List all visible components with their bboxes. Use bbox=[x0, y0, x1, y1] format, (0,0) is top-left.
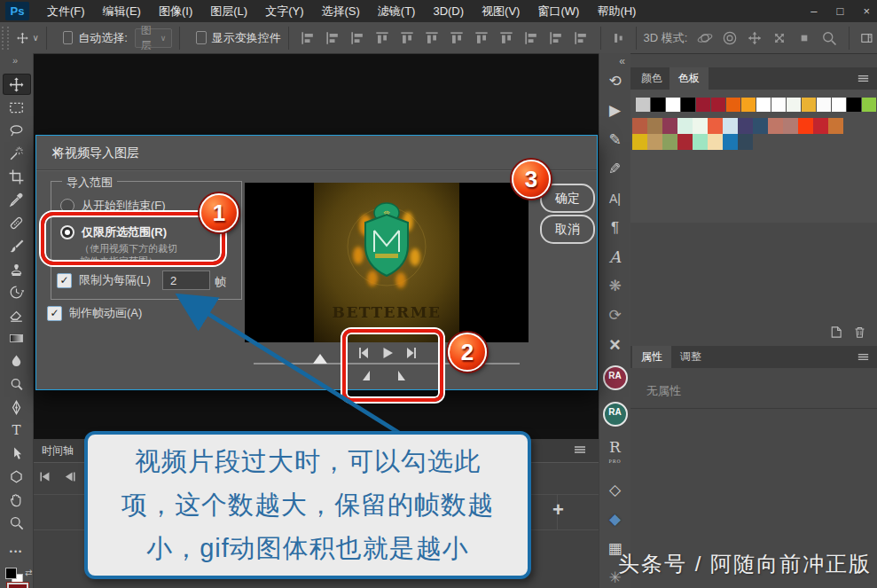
swatch[interactable] bbox=[708, 118, 723, 134]
ra-plugin2-panel-icon[interactable]: RA bbox=[603, 402, 628, 427]
eyedropper-tool[interactable] bbox=[4, 190, 30, 209]
animation-panel-icon[interactable]: ⟳ bbox=[608, 307, 621, 325]
glyphs-panel-icon[interactable]: A bbox=[609, 248, 621, 266]
gradient-tool[interactable] bbox=[4, 328, 30, 348]
collapse-panels-icon[interactable]: « bbox=[619, 55, 625, 67]
foreground-color-chip[interactable] bbox=[5, 568, 17, 579]
distribute-icon[interactable] bbox=[612, 29, 625, 47]
menu-item[interactable]: 窗口(W) bbox=[529, 0, 588, 22]
auto-select-dropdown[interactable]: 图层 ∨ bbox=[135, 28, 173, 48]
swatch[interactable] bbox=[738, 118, 753, 134]
align-icon[interactable] bbox=[497, 29, 515, 47]
menu-item[interactable]: 视图(V) bbox=[473, 0, 529, 22]
swatch[interactable] bbox=[666, 98, 680, 112]
menu-item[interactable]: 3D(D) bbox=[424, 0, 473, 22]
swatch[interactable] bbox=[817, 98, 831, 112]
swatch[interactable] bbox=[696, 98, 710, 112]
paragraph-panel-icon[interactable]: ¶ bbox=[611, 219, 619, 237]
cancel-button[interactable]: 取消 bbox=[540, 215, 595, 244]
retouch-pro-panel-icon[interactable]: RPRO bbox=[608, 438, 621, 470]
swap-colors-icon[interactable]: ⇄ bbox=[25, 568, 32, 577]
swatch[interactable] bbox=[723, 118, 738, 134]
auto-select-checkbox[interactable] bbox=[63, 31, 74, 44]
menu-item[interactable]: 滤镜(T) bbox=[369, 0, 425, 22]
swatch[interactable] bbox=[711, 98, 725, 112]
tool-caret-icon[interactable]: ∨ bbox=[32, 33, 38, 43]
options-bar-grip[interactable] bbox=[2, 27, 9, 50]
menu-item[interactable]: 选择(S) bbox=[312, 0, 368, 22]
properties-menu-icon[interactable] bbox=[856, 349, 871, 365]
swatch[interactable] bbox=[828, 118, 843, 134]
playhead-thumb[interactable] bbox=[313, 354, 327, 364]
limit-frames-checkbox[interactable]: ✓ bbox=[57, 273, 72, 288]
swatch[interactable] bbox=[756, 98, 771, 112]
swatch[interactable] bbox=[738, 134, 753, 150]
actions-panel-icon[interactable]: ▶ bbox=[609, 102, 621, 120]
expand-toolbar-icon[interactable]: » bbox=[12, 55, 18, 66]
swatch[interactable] bbox=[862, 98, 876, 112]
3d-mode-icon[interactable] bbox=[820, 29, 838, 47]
measure-panel-icon[interactable]: × bbox=[609, 336, 621, 354]
swatch[interactable] bbox=[693, 118, 708, 134]
edit-toolbar-icon[interactable]: ••• bbox=[0, 547, 33, 556]
swatch[interactable] bbox=[787, 98, 801, 112]
foreground-swatch[interactable] bbox=[7, 583, 28, 588]
marquee-tool[interactable] bbox=[4, 98, 30, 117]
tab-timeline[interactable]: 时间轴 bbox=[42, 443, 74, 459]
minimize-button[interactable]: – bbox=[810, 0, 817, 22]
swatch[interactable] bbox=[693, 134, 708, 150]
align-icon[interactable] bbox=[398, 29, 416, 47]
healing-brush-tool[interactable] bbox=[4, 213, 30, 232]
align-icon[interactable] bbox=[572, 29, 590, 47]
3d-scene-panel-icon[interactable]: ◆ bbox=[609, 511, 621, 529]
make-frame-animation-checkbox[interactable]: ✓ bbox=[47, 306, 62, 321]
swatch[interactable] bbox=[813, 118, 828, 134]
hand-tool[interactable] bbox=[4, 490, 30, 509]
workspace-icon[interactable] bbox=[860, 29, 873, 47]
history-panel-icon[interactable]: ⟲ bbox=[608, 73, 621, 90]
align-icon[interactable] bbox=[448, 29, 466, 47]
swatch[interactable] bbox=[783, 118, 798, 134]
type-tool[interactable] bbox=[4, 420, 30, 440]
swatch[interactable] bbox=[798, 118, 813, 134]
swatch[interactable] bbox=[632, 118, 647, 134]
swatch[interactable] bbox=[632, 134, 647, 150]
swatch[interactable] bbox=[677, 118, 693, 134]
history-brush-tool[interactable] bbox=[4, 282, 30, 302]
clone-stamp-tool[interactable] bbox=[4, 259, 30, 278]
ra-plugin-panel-icon[interactable]: RA bbox=[603, 365, 628, 390]
swatch[interactable] bbox=[726, 98, 740, 112]
shape-tool[interactable] bbox=[4, 466, 30, 486]
brush-tool[interactable] bbox=[4, 236, 30, 255]
align-icon[interactable] bbox=[373, 29, 391, 47]
limit-frames-input[interactable] bbox=[162, 270, 210, 290]
dodge-tool[interactable] bbox=[4, 374, 30, 394]
menu-item[interactable]: 图像(I) bbox=[150, 0, 201, 22]
swatch[interactable] bbox=[771, 98, 786, 112]
align-icon[interactable] bbox=[348, 29, 366, 47]
timeline-menu-icon[interactable] bbox=[572, 442, 588, 458]
swatch[interactable] bbox=[802, 98, 816, 112]
magic-wand-tool[interactable] bbox=[4, 144, 30, 163]
menu-item[interactable]: 图层(L) bbox=[201, 0, 256, 22]
swatch[interactable] bbox=[647, 118, 662, 134]
swatch[interactable] bbox=[636, 98, 650, 112]
delete-swatch-icon[interactable] bbox=[852, 325, 867, 340]
swatch[interactable] bbox=[741, 98, 756, 112]
align-icon[interactable] bbox=[423, 29, 441, 47]
brushes-panel-icon[interactable]: ✎ bbox=[608, 131, 621, 149]
zoom-tool[interactable] bbox=[4, 513, 30, 532]
swatch[interactable] bbox=[662, 118, 677, 134]
menu-item[interactable]: 文字(Y) bbox=[256, 0, 312, 22]
swatch[interactable] bbox=[651, 98, 665, 112]
align-icon[interactable] bbox=[547, 29, 565, 47]
path-select-tool[interactable] bbox=[4, 443, 30, 463]
swatch[interactable] bbox=[753, 118, 768, 134]
3d-mode-icon[interactable] bbox=[795, 29, 813, 47]
align-icon[interactable] bbox=[522, 29, 540, 47]
menu-item[interactable]: 文件(F) bbox=[38, 0, 94, 22]
swatches-menu-icon[interactable] bbox=[856, 71, 871, 86]
lasso-tool[interactable] bbox=[4, 121, 30, 140]
pen-tool[interactable] bbox=[4, 397, 30, 417]
maximize-button[interactable]: □ bbox=[837, 0, 844, 22]
